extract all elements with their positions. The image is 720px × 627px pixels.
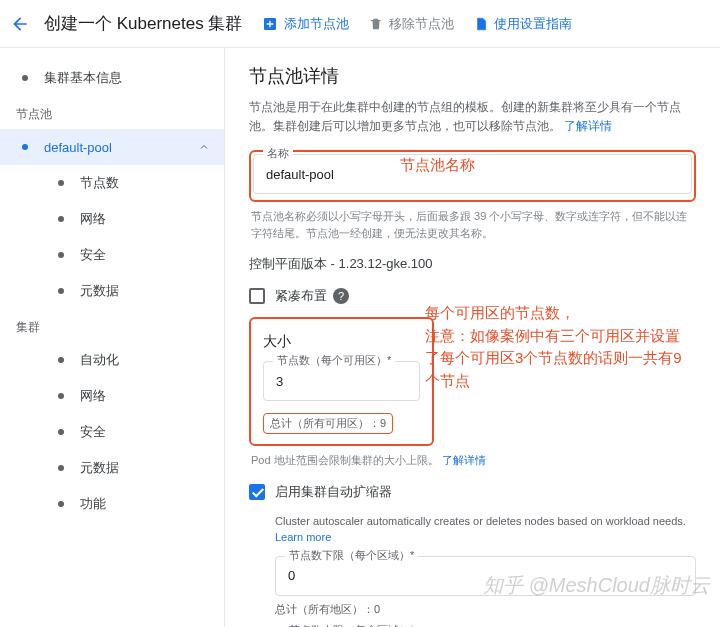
help-icon[interactable]: ? (333, 288, 349, 304)
back-button[interactable] (8, 12, 32, 36)
pod-hint: Pod 地址范围会限制集群的大小上限。 了解详情 (249, 452, 696, 469)
section-desc: 节点池是用于在此集群中创建的节点组的模板。创建的新集群将至少具有一个节点池。集群… (249, 98, 696, 136)
document-icon (474, 17, 488, 31)
plus-icon (262, 16, 278, 32)
add-pool-button[interactable]: 添加节点池 (262, 15, 349, 33)
sidebar-cluster-metadata[interactable]: 元数据 (0, 450, 224, 486)
chevron-up-icon (198, 141, 210, 153)
name-input[interactable] (253, 154, 692, 194)
arrow-left-icon (10, 14, 30, 34)
sidebar-cluster-automation[interactable]: 自动化 (0, 342, 224, 378)
min-total: 总计（所有地区）：0 (275, 602, 696, 617)
sidebar-item-network[interactable]: 网络 (0, 201, 224, 237)
size-label: 节点数（每个可用区）* (273, 353, 395, 368)
sidebar-pool-default[interactable]: default-pool (0, 129, 224, 165)
page-title: 创建一个 Kubernetes 集群 (44, 12, 242, 35)
compact-row: 紧凑布置? (249, 287, 696, 305)
remove-pool-button: 移除节点池 (369, 15, 454, 33)
autoscale-hint: Cluster autoscaler automatically creates… (275, 513, 696, 546)
setup-guide-button[interactable]: 使用设置指南 (474, 15, 572, 33)
sidebar-item-metadata[interactable]: 元数据 (0, 273, 224, 309)
name-field: 名称 (253, 154, 692, 194)
sidebar-item-nodes[interactable]: 节点数 (0, 165, 224, 201)
sidebar-section-pool: 节点池 (0, 96, 224, 129)
size-total: 总计（所有可用区）：9 (263, 413, 393, 434)
main-panel: 节点池详情 节点池是用于在此集群中创建的节点组的模板。创建的新集群将至少具有一个… (225, 48, 720, 627)
control-plane-version: 控制平面版本 - 1.23.12-gke.100 (249, 255, 696, 273)
name-highlight: 名称 (249, 150, 696, 202)
size-box: 大小 节点数（每个可用区）* 总计（所有可用区）：9 (249, 317, 434, 446)
name-hint: 节点池名称必须以小写字母开头，后面最多跟 39 个小写字母、数字或连字符，但不能… (249, 208, 696, 241)
page-header: 创建一个 Kubernetes 集群 添加节点池 移除节点池 使用设置指南 (0, 0, 720, 48)
min-field: 节点数下限（每个区域）* (275, 556, 696, 596)
autoscale-checkbox[interactable] (249, 484, 265, 500)
sidebar-cluster-network[interactable]: 网络 (0, 378, 224, 414)
section-title: 节点池详情 (249, 64, 696, 88)
compact-checkbox[interactable] (249, 288, 265, 304)
sidebar-cluster-features[interactable]: 功能 (0, 486, 224, 522)
size-heading: 大小 (263, 333, 420, 351)
trash-icon (369, 17, 383, 31)
sidebar-section-cluster: 集群 (0, 309, 224, 342)
sidebar-cluster-security[interactable]: 安全 (0, 414, 224, 450)
annotation-size: 每个可用区的节点数， 注意：如像案例中有三个可用区并设置了每个可用区3个节点数的… (425, 302, 685, 392)
sidebar: 集群基本信息 节点池 default-pool 节点数 网络 安全 元数据 集群… (0, 48, 225, 627)
autoscale-row: 启用集群自动扩缩器 (249, 483, 696, 501)
sidebar-item-security[interactable]: 安全 (0, 237, 224, 273)
name-label: 名称 (263, 146, 293, 161)
learn-link[interactable]: 了解详情 (564, 119, 612, 133)
sidebar-basic-info[interactable]: 集群基本信息 (0, 60, 224, 96)
